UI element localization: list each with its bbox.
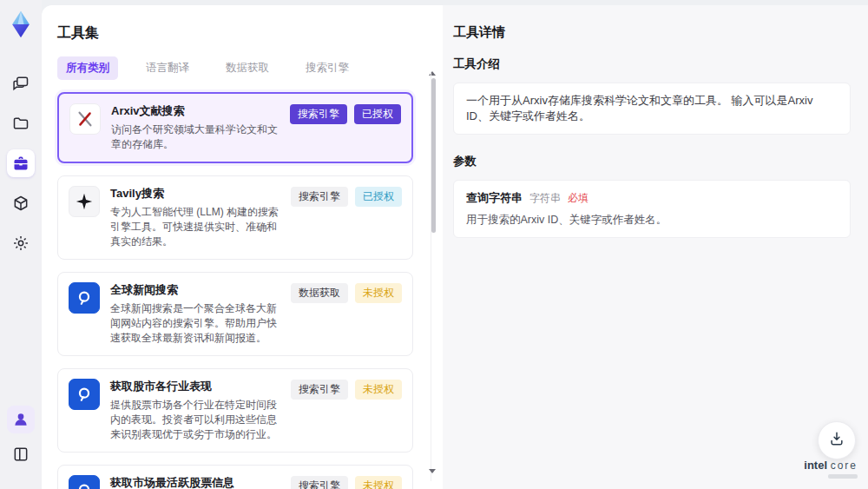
tool-description: 专为人工智能代理 (LLM) 构建的搜索引擎工具。可快速提供实时、准确和真实的结… xyxy=(110,205,280,249)
tool-card-most-active-stocks[interactable]: 获取市场最活跃股票信息 提供当天交易量最高的股票列表，投资者可以利用这些信息来识… xyxy=(57,465,413,489)
tool-details-panel: 工具详情 工具介绍 一个用于从Arxiv存储库搜索科学论文和文章的工具。 输入可… xyxy=(443,5,868,489)
sidebar-item-models[interactable] xyxy=(7,189,35,217)
user-icon xyxy=(12,411,30,428)
category-tag: 搜索引擎 xyxy=(291,187,348,207)
folder-icon xyxy=(12,115,30,132)
category-tag: 数据获取 xyxy=(291,283,348,303)
sidebar-item-user[interactable] xyxy=(7,406,35,433)
param-item: 查询字符串 字符串 必填 用于搜索的Arxiv ID、关键字或作者姓名。 xyxy=(453,180,851,238)
tool-name: 获取市场最活跃股票信息 xyxy=(110,475,280,489)
tab-translation[interactable]: 语言翻译 xyxy=(137,56,198,80)
tool-card-global-news[interactable]: 全球新闻搜索 全球新闻搜索是一个聚合全球各大新闻网站内容的搜索引擎。帮助用户快速… xyxy=(57,272,413,356)
sidebar-item-files[interactable] xyxy=(7,109,35,137)
blue-search-q-icon xyxy=(69,379,100,410)
intro-text: 一个用于从Arxiv存储库搜索科学论文和文章的工具。 输入可以是Arxiv ID… xyxy=(466,93,838,124)
category-tag: 搜索引擎 xyxy=(290,104,347,124)
sidebar-item-settings[interactable] xyxy=(7,229,35,257)
tool-description: 访问各个研究领域大量科学论文和文章的存储库。 xyxy=(111,122,279,152)
category-tabs: 所有类别 语言翻译 数据获取 搜索引擎 xyxy=(57,56,420,80)
download-icon xyxy=(828,430,845,451)
sparkle-star-icon xyxy=(69,186,100,217)
params-heading: 参数 xyxy=(453,154,851,169)
blue-search-q-icon xyxy=(69,475,100,489)
sidebar xyxy=(0,0,42,489)
param-name: 查询字符串 xyxy=(466,190,523,206)
tool-name: 获取股市各行业表现 xyxy=(110,379,280,394)
param-type: 字符串 xyxy=(529,191,561,206)
sidebar-item-panel-toggle[interactable] xyxy=(7,440,35,468)
details-title: 工具详情 xyxy=(453,24,851,41)
toolbox-icon xyxy=(12,155,30,172)
layout-panel-icon xyxy=(12,446,30,463)
tool-name: 全球新闻搜索 xyxy=(110,282,280,298)
intel-logo-subbar xyxy=(828,474,858,479)
auth-status-badge: 未授权 xyxy=(355,283,402,303)
param-description: 用于搜索的Arxiv ID、关键字或作者姓名。 xyxy=(466,213,838,228)
scrollbar-down-arrow[interactable] xyxy=(429,469,436,473)
tool-description: 提供股票市场各个行业在特定时间段内的表现。投资者可以利用这些信息来识别表现优于或… xyxy=(110,398,280,442)
auth-status-badge: 已授权 xyxy=(354,104,401,124)
tool-card-tavily[interactable]: Tavily搜索 专为人工智能代理 (LLM) 构建的搜索引擎工具。可快速提供实… xyxy=(57,175,413,260)
gear-icon xyxy=(12,235,30,252)
tool-name: Tavily搜索 xyxy=(110,186,280,202)
category-tag: 搜索引擎 xyxy=(291,476,348,489)
page-title: 工具集 xyxy=(57,24,420,43)
tool-description: 全球新闻搜索是一个聚合全球各大新闻网站内容的搜索引擎。帮助用户快速获取全球最新资… xyxy=(110,301,280,346)
auth-status-badge: 未授权 xyxy=(355,380,402,400)
intel-core-logo: intel core xyxy=(804,459,858,479)
arxiv-logo-icon xyxy=(69,103,101,135)
cube-icon xyxy=(12,195,30,212)
tool-card-sector-performance[interactable]: 获取股市各行业表现 提供股票市场各个行业在特定时间段内的表现。投资者可以利用这些… xyxy=(57,368,413,453)
core-wordmark: core xyxy=(831,459,858,472)
tab-data-fetch[interactable]: 数据获取 xyxy=(217,56,278,80)
blue-search-q-icon xyxy=(69,282,100,314)
scrollbar-thumb[interactable] xyxy=(431,78,436,233)
intro-heading: 工具介绍 xyxy=(453,56,851,72)
auth-status-badge: 已授权 xyxy=(355,187,402,207)
tool-list: Arxiv文献搜索 访问各个研究领域大量科学论文和文章的存储库。 搜索引擎 已授… xyxy=(57,92,413,489)
sidebar-item-chat[interactable] xyxy=(7,69,35,97)
tool-name: Arxiv文献搜索 xyxy=(111,103,279,119)
auth-status-badge: 未授权 xyxy=(355,476,402,489)
tab-search-engine[interactable]: 搜索引擎 xyxy=(297,56,358,80)
intel-wordmark: intel xyxy=(804,459,827,472)
param-required-badge: 必填 xyxy=(568,191,589,206)
category-tag: 搜索引擎 xyxy=(291,380,348,400)
sidebar-item-tools[interactable] xyxy=(7,149,35,177)
tool-card-arxiv[interactable]: Arxiv文献搜索 访问各个研究领域大量科学论文和文章的存储库。 搜索引擎 已授… xyxy=(57,92,413,163)
tool-list-panel: 工具集 所有类别 语言翻译 数据获取 搜索引擎 Arxiv文献搜索 访问各个研究… xyxy=(42,5,443,489)
download-button[interactable] xyxy=(818,421,856,459)
chat-icon xyxy=(12,75,30,92)
tab-all-categories[interactable]: 所有类别 xyxy=(57,56,118,80)
app-logo-icon xyxy=(5,9,36,40)
